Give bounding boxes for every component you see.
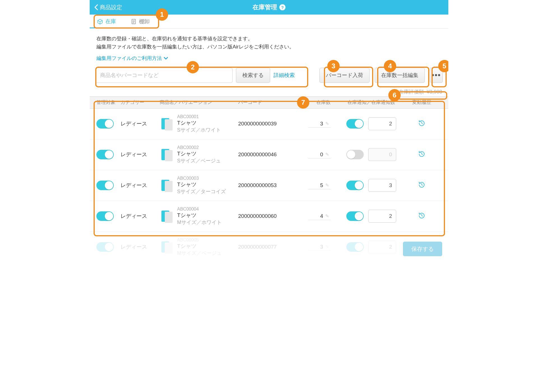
bulk-edit-button[interactable]: 在庫数一括編集 [375,68,425,83]
notify-toggle[interactable] [346,150,364,159]
pencil-icon: ✎ [325,121,329,126]
badge-3: 3 [327,60,340,72]
sku-label: ABC00004 [177,207,222,212]
help-icon[interactable]: ? [279,4,286,10]
table-row: レディース ABC00003 Tシャツ Sサイズ／ターコイズ 200000000… [90,170,448,201]
history-icon [418,181,426,189]
category-cell: レディース [120,182,160,189]
product-name: Tシャツ [177,242,222,250]
pencil-icon: ✎ [325,244,329,249]
history-button[interactable] [418,153,426,159]
history-icon [418,150,426,158]
variant-label: Mサイズ／ホワイト [177,219,222,226]
history-icon [418,119,426,127]
barcode-cell: 2000000000077 [238,244,297,250]
product-name: Tシャツ [177,181,226,188]
pencil-icon: ✎ [325,213,329,219]
barcode-cell: 2000000000046 [238,151,297,158]
pencil-icon: ✎ [325,152,329,157]
valuation-value: ¥3,900 [427,89,442,95]
advanced-search-link[interactable]: 詳細検索 [273,72,295,79]
manage-toggle[interactable] [96,242,114,252]
notify-count-input[interactable] [368,241,396,253]
tab-inventory[interactable]: 棚卸 [123,15,157,28]
notify-count-input[interactable] [368,117,396,130]
stock-value[interactable]: 5 ✎ [308,182,331,189]
badge-2: 2 [187,61,199,73]
help-link[interactable]: 編集用ファイルのご利用方法 [96,55,168,62]
barcode-cell: 2000000000053 [238,182,297,188]
variant-label: Sサイズ／ターコイズ [177,188,226,195]
product-thumb-icon [160,117,173,130]
badge-5: 5 [438,60,448,72]
product-name: Tシャツ [177,150,221,157]
sku-label: ABC00002 [177,145,221,150]
header: 商品設定 在庫管理 ? [90,0,448,15]
category-cell: レディース [120,213,160,220]
notify-count-input[interactable] [368,210,396,223]
product-thumb-icon [160,209,173,223]
tabs: 在庫 棚卸 [90,15,448,29]
category-cell: レディース [120,243,160,251]
col-category: カテゴリー [120,99,160,106]
stock-value[interactable]: 4 ✎ [308,213,331,220]
manage-toggle[interactable] [96,150,114,159]
product-thumb-icon [160,240,173,254]
col-name: 商品名／バリエーション [160,99,238,106]
sku-label: ABC00001 [177,114,221,119]
description: 在庫数の登録・確認と、在庫切れを通知する基準値を設定できます。 編集用ファイルで… [90,29,448,53]
notify-count-input[interactable] [368,179,396,192]
clipboard-icon [131,18,137,25]
variant-label: Sサイズ／ベージュ [177,157,221,164]
history-button[interactable] [418,215,426,221]
tab-inventory-label: 棚卸 [139,18,150,25]
product-thumb-icon [160,148,173,161]
stock-value[interactable]: 0 ✎ [308,151,331,158]
back-button[interactable]: 商品設定 [90,4,127,11]
save-button[interactable]: 保存する [403,242,442,256]
manage-toggle[interactable] [96,211,114,221]
stock-value[interactable]: 3 ✎ [308,243,331,251]
table-row: レディース ABC00001 Tシャツ Sサイズ／ホワイト 2000000000… [90,109,448,139]
col-manage: 管理対象 [90,99,120,106]
search-button[interactable]: 検索する [236,68,270,83]
table-row: レディース ABC00004 Tシャツ Mサイズ／ホワイト 2000000000… [90,201,448,232]
table-body: レディース ABC00001 Tシャツ Sサイズ／ホワイト 2000000000… [90,109,448,261]
badge-6: 6 [388,89,401,101]
sku-label: ABC00003 [177,176,226,181]
variant-label: Sサイズ／ホワイト [177,127,221,133]
tab-stock[interactable]: 在庫 [90,15,123,28]
product-name: Tシャツ [177,212,222,219]
pencil-icon: ✎ [325,183,329,188]
col-barcode: バーコード [238,99,297,106]
tab-stock-label: 在庫 [105,18,116,25]
notify-toggle[interactable] [346,119,364,129]
category-cell: レディース [120,120,160,127]
ellipsis-icon: ••• [432,71,441,80]
desc-line2: 編集用ファイルで在庫数を一括編集したい方は、パソコン版Airレジをご利用ください… [96,43,442,51]
svg-rect-0 [132,19,136,24]
notify-toggle[interactable] [346,211,364,221]
product-thumb-icon [160,179,173,192]
col-history: 変動履歴 [406,99,437,106]
barcode-cell: 2000000000060 [238,213,297,219]
manage-toggle[interactable] [96,181,114,190]
notify-count-input [368,148,396,161]
history-button[interactable] [418,122,426,128]
history-icon [418,212,426,220]
search-input[interactable] [95,68,233,83]
stock-value[interactable]: 3 ✎ [308,120,331,128]
box-icon [97,18,103,25]
table-row: レディース ABC00005 Tシャツ Mサイズ／ベージュ 2000000000… [90,232,448,261]
notify-toggle[interactable] [346,242,364,252]
notify-toggle[interactable] [346,181,364,190]
badge-7: 7 [297,96,309,109]
manage-toggle[interactable] [96,119,114,129]
badge-4: 4 [384,60,396,72]
history-button[interactable] [418,184,426,190]
help-link-label: 編集用ファイルのご利用方法 [96,55,162,62]
barcode-receive-button[interactable]: バーコード入荷 [319,68,370,83]
desc-line1: 在庫数の登録・確認と、在庫切れを通知する基準値を設定できます。 [96,35,442,43]
chevron-down-icon [164,57,168,60]
back-label: 商品設定 [100,4,122,11]
